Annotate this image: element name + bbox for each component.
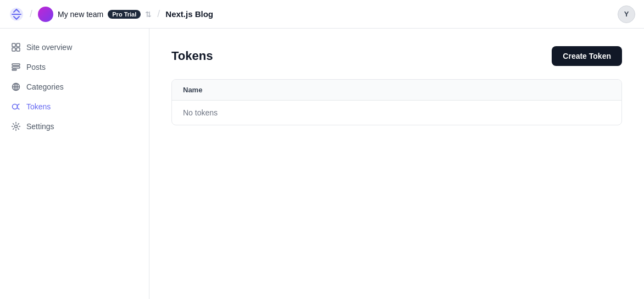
sidebar-item-posts[interactable]: Posts bbox=[0, 57, 149, 77]
main-header: Tokens Create Token bbox=[171, 46, 622, 66]
table-empty-message: No tokens bbox=[172, 101, 621, 125]
svg-rect-2 bbox=[12, 48, 15, 51]
user-avatar[interactable]: Y bbox=[618, 5, 635, 23]
team-name[interactable]: My new team bbox=[58, 10, 103, 19]
sidebar-item-categories[interactable]: Categories bbox=[0, 77, 149, 97]
sidebar-item-label: Settings bbox=[26, 122, 54, 131]
sidebar-item-label: Site overview bbox=[26, 43, 72, 52]
settings-icon bbox=[11, 121, 21, 131]
layout: Site overview Posts Categories bbox=[0, 29, 644, 299]
svg-rect-6 bbox=[12, 69, 16, 70]
sidebar-item-label: Categories bbox=[26, 82, 64, 91]
separator-1: / bbox=[30, 8, 32, 20]
team-switcher-chevron-icon[interactable]: ⇅ bbox=[145, 10, 152, 19]
tokens-icon bbox=[11, 102, 21, 112]
sidebar-item-settings[interactable]: Settings bbox=[0, 117, 149, 136]
tokens-table: Name No tokens bbox=[171, 79, 622, 125]
site-name: Next.js Blog bbox=[165, 9, 213, 19]
main-content: Tokens Create Token Name No tokens bbox=[149, 29, 644, 299]
svg-rect-1 bbox=[16, 43, 20, 47]
svg-point-9 bbox=[13, 104, 18, 109]
table-column-name: Name bbox=[172, 80, 621, 101]
topbar-right: Y bbox=[618, 5, 635, 23]
create-token-button[interactable]: Create Token bbox=[552, 46, 622, 66]
svg-rect-3 bbox=[16, 48, 20, 51]
topbar: / My new team Pro Trial ⇅ / Next.js Blog… bbox=[0, 0, 644, 29]
app-logo-icon bbox=[9, 7, 24, 22]
sidebar-item-label: Tokens bbox=[26, 102, 51, 111]
posts-icon bbox=[11, 62, 21, 72]
svg-rect-4 bbox=[12, 64, 20, 65]
pro-trial-badge: Pro Trial bbox=[108, 10, 141, 19]
page-title: Tokens bbox=[171, 49, 213, 63]
grid-icon bbox=[11, 42, 21, 52]
svg-rect-5 bbox=[12, 67, 20, 68]
sidebar: Site overview Posts Categories bbox=[0, 29, 149, 299]
team-avatar bbox=[38, 7, 53, 22]
svg-point-10 bbox=[15, 125, 18, 128]
sidebar-item-site-overview[interactable]: Site overview bbox=[0, 37, 149, 57]
sidebar-item-tokens[interactable]: Tokens bbox=[0, 97, 149, 117]
svg-rect-0 bbox=[12, 43, 15, 47]
categories-icon bbox=[11, 82, 21, 92]
separator-2: / bbox=[157, 8, 160, 20]
sidebar-item-label: Posts bbox=[26, 63, 46, 71]
